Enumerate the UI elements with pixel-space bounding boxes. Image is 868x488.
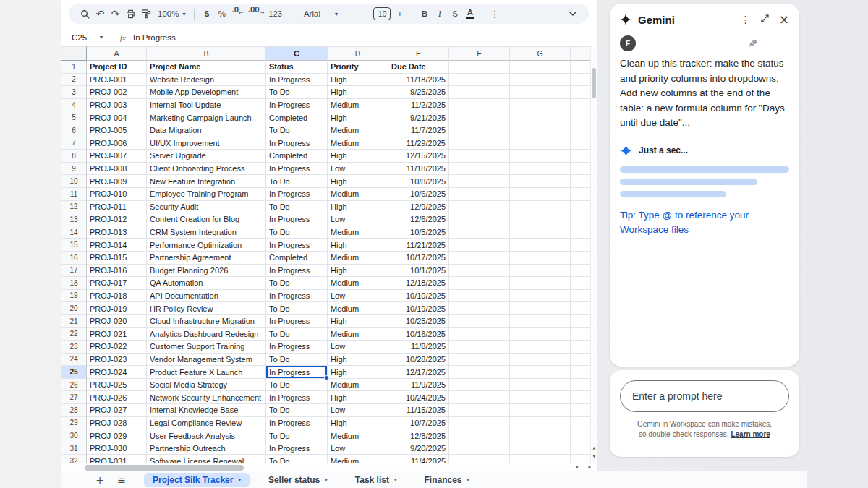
cell-A11[interactable]: PROJ-010 (87, 188, 147, 201)
cell-D11[interactable]: Medium (328, 188, 388, 201)
cell-B28[interactable]: Internal Knowledge Base (147, 404, 266, 417)
cell-F7[interactable] (449, 137, 510, 150)
cell-A22[interactable]: PROJ-021 (87, 328, 147, 341)
row-header-11[interactable]: 11 (61, 188, 87, 201)
cell-G23[interactable] (510, 341, 571, 354)
workspace-tip-link[interactable]: Tip: Type @ to reference your Workspace … (620, 208, 765, 237)
column-header-A[interactable]: A (87, 46, 147, 61)
cell-G2[interactable] (510, 74, 571, 87)
cell-G10[interactable] (510, 175, 571, 188)
learn-more-link[interactable]: Learn more (731, 430, 770, 438)
cell-D29[interactable]: High (328, 417, 388, 430)
cell-D15[interactable]: High (328, 239, 388, 252)
cell-E25[interactable]: 12/17/2025 (388, 366, 449, 379)
row-header-21[interactable]: 21 (61, 315, 87, 328)
cell-C30[interactable]: To Do (266, 429, 328, 442)
cell-C31[interactable]: In Progress (266, 442, 328, 455)
cell-A15[interactable]: PROJ-014 (87, 239, 147, 252)
cell-G1[interactable] (510, 61, 571, 74)
cell-A12[interactable]: PROJ-011 (87, 201, 147, 214)
cell-B26[interactable]: Social Media Strategy (147, 379, 266, 392)
cell-B7[interactable]: UI/UX Improvement (147, 137, 266, 150)
cell-E8[interactable]: 12/15/2025 (388, 150, 449, 163)
cell-F16[interactable] (449, 252, 510, 265)
cell-F26[interactable] (449, 379, 510, 392)
cell-E20[interactable]: 10/19/2025 (388, 302, 449, 315)
cell-G22[interactable] (510, 328, 571, 341)
close-icon[interactable]: × (779, 14, 789, 25)
sheet-tab-project-silk-tracker[interactable]: Project Silk Tracker▾ (144, 473, 250, 487)
cell-D26[interactable]: Medium (328, 379, 388, 392)
cell-F20[interactable] (449, 302, 510, 315)
cell-F9[interactable] (449, 163, 510, 176)
cell-D20[interactable]: Medium (328, 302, 388, 315)
cell-F31[interactable] (449, 442, 510, 455)
cell-B19[interactable]: API Documentation (147, 290, 266, 303)
cell-F22[interactable] (449, 328, 510, 341)
cell-F24[interactable] (449, 354, 510, 367)
cell-E23[interactable]: 11/8/2025 (388, 341, 449, 354)
cell-F6[interactable] (449, 124, 510, 137)
cell-C5[interactable]: Completed (266, 111, 328, 124)
cell-B4[interactable]: Internal Tool Update (147, 99, 266, 112)
more-formats-button[interactable]: 123 (266, 6, 284, 22)
horizontal-scrollbar[interactable]: ◂ ▸ (61, 463, 597, 471)
cell-C21[interactable]: In Progress (266, 315, 328, 328)
cell-D10[interactable]: High (328, 175, 388, 188)
cell-A13[interactable]: PROJ-012 (87, 213, 147, 226)
row-header-8[interactable]: 8 (61, 150, 87, 163)
cell-B5[interactable]: Marketing Campaign Launch (147, 111, 266, 124)
row-header-3[interactable]: 3 (61, 86, 87, 99)
cell-B1[interactable]: Project Name (147, 61, 266, 74)
cell-E13[interactable]: 12/6/2025 (388, 213, 449, 226)
cell-A14[interactable]: PROJ-013 (87, 226, 147, 239)
row-header-2[interactable]: 2 (61, 74, 87, 87)
cell-G13[interactable] (510, 213, 571, 226)
cell-F4[interactable] (449, 99, 510, 112)
cell-A19[interactable]: PROJ-018 (87, 290, 147, 303)
row-header-22[interactable]: 22 (61, 328, 87, 341)
more-options-icon[interactable]: ⋮ (487, 6, 502, 22)
vertical-scrollbar-thumb[interactable] (592, 68, 596, 98)
bold-button[interactable]: B (417, 6, 432, 22)
cell-A29[interactable]: PROJ-028 (87, 417, 147, 430)
column-header-D[interactable]: D (328, 46, 388, 61)
cell-F10[interactable] (449, 175, 510, 188)
zoom-control[interactable]: 100% ▾ (153, 6, 190, 22)
row-header-25[interactable]: 25 (61, 366, 87, 379)
cell-D14[interactable]: Medium (328, 226, 388, 239)
cell-C9[interactable]: In Progress (266, 163, 328, 176)
cell-C3[interactable]: To Do (266, 86, 328, 99)
cell-E5[interactable]: 9/21/2025 (388, 111, 449, 124)
cell-E6[interactable]: 11/7/2025 (388, 124, 449, 137)
sheet-tab-finances[interactable]: Finances▾ (415, 473, 478, 487)
cell-F27[interactable] (449, 391, 510, 404)
row-header-18[interactable]: 18 (61, 277, 87, 290)
row-header-31[interactable]: 31 (61, 442, 87, 455)
cell-A25[interactable]: PROJ-024 (87, 366, 147, 379)
format-percent-button[interactable]: % (214, 6, 229, 22)
increase-font-size-button[interactable]: + (392, 6, 407, 22)
cell-A2[interactable]: PROJ-001 (87, 74, 147, 87)
cell-D7[interactable]: Medium (328, 137, 388, 150)
cell-D27[interactable]: High (328, 391, 388, 404)
font-family-control[interactable]: Arial ▾ (294, 6, 347, 22)
cell-G31[interactable] (510, 442, 571, 455)
cell-E12[interactable]: 12/9/2025 (388, 201, 449, 214)
cell-F25[interactable] (449, 366, 510, 379)
formula-bar-value[interactable]: In Progress (133, 33, 176, 42)
cell-D19[interactable]: Low (328, 290, 388, 303)
row-header-15[interactable]: 15 (61, 239, 87, 252)
cell-B17[interactable]: Budget Planning 2026 (147, 265, 266, 278)
cell-E22[interactable]: 10/16/2025 (388, 328, 449, 341)
cell-C19[interactable]: In Progress (266, 290, 328, 303)
cell-E15[interactable]: 11/21/2025 (388, 239, 449, 252)
cell-F18[interactable] (449, 277, 510, 290)
column-header-E[interactable]: E (388, 46, 449, 61)
cell-C24[interactable]: To Do (266, 354, 328, 367)
cell-B16[interactable]: Partnership Agreement (147, 252, 266, 265)
cell-G8[interactable] (510, 150, 571, 163)
row-header-6[interactable]: 6 (61, 124, 87, 137)
cell-G5[interactable] (510, 111, 571, 124)
row-header-12[interactable]: 12 (61, 201, 87, 214)
